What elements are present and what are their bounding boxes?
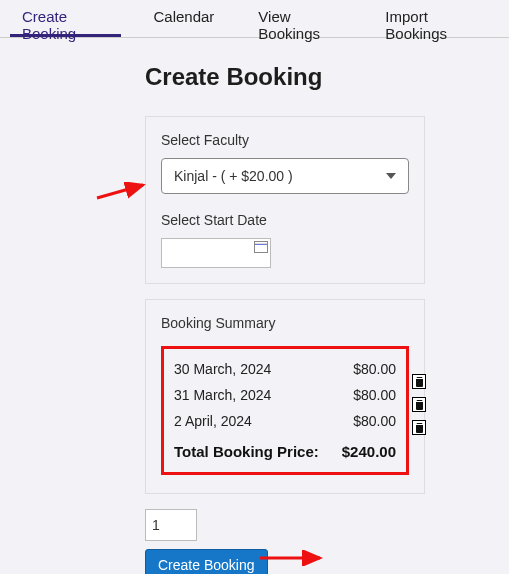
summary-row-price: $80.00: [353, 387, 396, 403]
summary-row-date: 30 March, 2024: [174, 361, 271, 377]
tab-import-bookings[interactable]: Import Bookings: [373, 0, 489, 37]
trash-icon: [415, 399, 424, 410]
chevron-down-icon: [386, 173, 396, 179]
page-title: Create Booking: [145, 63, 425, 91]
summary-row-price: $80.00: [353, 413, 396, 429]
quantity-input[interactable]: [145, 509, 197, 541]
faculty-select[interactable]: Kinjal - ( + $20.00 ): [161, 158, 409, 194]
delete-row-button[interactable]: [412, 420, 426, 435]
form-panel: Select Faculty Kinjal - ( + $20.00 ) Sel…: [145, 116, 425, 284]
summary-row: 31 March, 2024 $80.00: [174, 387, 396, 403]
summary-row: 30 March, 2024 $80.00: [174, 361, 396, 377]
create-booking-button[interactable]: Create Booking: [145, 549, 268, 574]
summary-row: 2 April, 2024 $80.00: [174, 413, 396, 429]
tabs-bar: Create Booking Calendar View Bookings Im…: [0, 0, 509, 38]
faculty-select-value: Kinjal - ( + $20.00 ): [174, 168, 293, 184]
summary-title: Booking Summary: [161, 315, 409, 331]
tab-create-booking[interactable]: Create Booking: [10, 0, 121, 37]
delete-column: [412, 374, 426, 435]
summary-panel: Booking Summary 30 March, 2024 $80.00 31…: [145, 299, 425, 494]
svg-line-0: [97, 185, 143, 198]
start-date-label: Select Start Date: [161, 212, 409, 228]
trash-icon: [415, 422, 424, 433]
tab-view-bookings[interactable]: View Bookings: [246, 0, 353, 37]
summary-box: 30 March, 2024 $80.00 31 March, 2024 $80…: [161, 346, 409, 475]
tab-calendar[interactable]: Calendar: [141, 0, 226, 37]
summary-total-value: $240.00: [342, 443, 396, 460]
faculty-label: Select Faculty: [161, 132, 409, 148]
summary-row-price: $80.00: [353, 361, 396, 377]
summary-total-label: Total Booking Price:: [174, 443, 319, 460]
summary-row-date: 31 March, 2024: [174, 387, 271, 403]
start-date-input[interactable]: [161, 238, 271, 268]
delete-row-button[interactable]: [412, 374, 426, 389]
summary-row-date: 2 April, 2024: [174, 413, 252, 429]
trash-icon: [415, 376, 424, 387]
summary-total: Total Booking Price: $240.00: [174, 443, 396, 460]
delete-row-button[interactable]: [412, 397, 426, 412]
annotation-arrow: [95, 182, 150, 202]
calendar-icon: [254, 241, 268, 253]
